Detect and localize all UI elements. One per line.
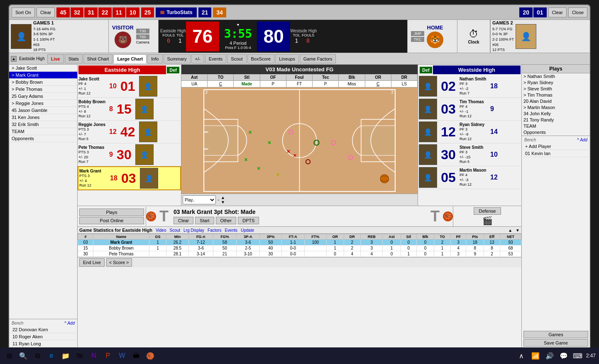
start-button[interactable]: Start (195, 217, 214, 224)
eastside-player-row[interactable]: Reggie Jones PTS 3 +/- 7 Run 5 12 42 👤 (78, 121, 181, 143)
stats-table-row[interactable]: 15Bobby Brown128.53-6502-5400-0123100148… (78, 245, 521, 251)
player-item[interactable]: 45 Jason Gamble (9, 107, 77, 114)
player-item[interactable]: Opponents (9, 135, 77, 142)
shot-col-value[interactable]: Made (234, 81, 260, 87)
westside-player-row[interactable]: 👤 12 Ryan Sidney PF 3 +/- -9 Run 12 14 (418, 121, 521, 143)
jmp-button[interactable]: JMP (411, 31, 424, 36)
player-item[interactable]: 31 Ken Jones (9, 114, 77, 121)
photos-icon[interactable]: 🏔 (130, 350, 142, 362)
nav-tab-live[interactable]: Live (47, 54, 64, 63)
nav-tab-game-factors[interactable]: Game Factors (300, 54, 336, 63)
eastside-player-row[interactable]: Bobby Brown PTS 4 +/- 8 Run 12 8 15 👤 (78, 98, 181, 121)
t60-button[interactable]: T60 (136, 34, 149, 39)
play-item[interactable]: > Tim Thomas (522, 92, 590, 98)
play-item[interactable]: 34 John Kelly (522, 111, 590, 117)
store-icon[interactable]: 🛍 (74, 350, 86, 362)
table-scroll-down[interactable]: ▼ (516, 228, 520, 233)
plays-bench-item[interactable]: + Add Player (523, 143, 589, 150)
bench-player-item[interactable]: 11 Ryan Long (10, 340, 76, 347)
dpts-button[interactable]: DPTS (238, 217, 259, 224)
westside-player-row[interactable]: 👤 02 Nathan Smith PF 3 +/- -2 Run 7 18 (418, 75, 521, 98)
nav-tab-+/-[interactable]: +/- (191, 54, 204, 63)
westside-player-row[interactable]: 👤 03 Tim Thomas PF 4 +/- -1 Run 12 9 (418, 98, 521, 121)
plays-button[interactable]: Plays (79, 209, 144, 216)
player-item[interactable]: > Mark Grant (9, 72, 77, 79)
nav-tab-stats[interactable]: Stats (65, 54, 83, 63)
clear-action-button[interactable]: Clear (174, 217, 193, 224)
scroll-up-btn[interactable]: ▲ (11, 56, 17, 62)
explorer-icon[interactable]: 📁 (60, 350, 71, 362)
plays-bench-item[interactable]: 01 Kevin Ian (523, 150, 589, 157)
play-item[interactable]: TEAM (522, 123, 590, 129)
stats-table-row[interactable]: 03Mark Grant126.27-12583-6501-1100123000… (78, 240, 521, 245)
nav-tab-summary[interactable]: Summary (164, 54, 191, 63)
player-item[interactable]: TEAM (9, 128, 77, 135)
post-online-button[interactable]: Post Online (79, 217, 144, 224)
end-live-button[interactable]: End Live (79, 258, 105, 267)
scroll-up-court[interactable]: ▲ (221, 195, 225, 200)
play-item[interactable]: 21 Tony Randy (522, 117, 590, 123)
volume-icon[interactable]: 🔊 (544, 350, 555, 362)
factors-btn[interactable]: Factors (208, 228, 221, 233)
player-item[interactable]: > Pele Thomas (9, 86, 77, 93)
nav-tab-info[interactable]: Info (147, 54, 162, 63)
close-button[interactable]: Close (568, 7, 587, 17)
word-icon[interactable]: W (116, 350, 128, 362)
stats-table-row[interactable]: 30Pete Thomas28.13-14213-10300-004401013… (78, 251, 521, 257)
play-item[interactable]: Opponents (522, 129, 590, 136)
nav-tab-boxscore[interactable]: BoxScore (247, 54, 275, 63)
games-button[interactable]: Games (523, 331, 588, 338)
events-btn[interactable]: Events (225, 228, 237, 233)
onenote-icon[interactable]: N (88, 350, 100, 362)
basketball-icon[interactable]: 🏀 (144, 350, 156, 362)
wifi-icon[interactable]: 📶 (530, 350, 541, 362)
scout-btn[interactable]: Scout (169, 228, 180, 233)
nav-tab-lineups[interactable]: Lineups (275, 54, 299, 63)
start-button[interactable]: ⊞ (3, 350, 15, 362)
shot-col-value[interactable]: C (208, 81, 234, 87)
tkc-button[interactable]: TKC (411, 37, 424, 42)
save-game-button[interactable]: Save Game (523, 339, 588, 347)
player-item[interactable]: > Bobby Brown (9, 79, 77, 86)
play-item[interactable]: > Nathan Smith (522, 73, 590, 80)
player-item[interactable]: > Reggie Jones (9, 100, 77, 107)
nav-tab-large-chart[interactable]: Large Chart (113, 54, 147, 63)
nav-tab-scout[interactable]: Scout (227, 54, 246, 63)
play-item[interactable]: > Ryan Sidney (522, 80, 590, 86)
westside-player-row[interactable]: 👤 05 Martin Mason PF 4 +/- -3 Run 12 12 (418, 166, 521, 189)
scroll-down-court[interactable]: ▼ (221, 200, 225, 204)
other-button[interactable]: Other (216, 217, 237, 224)
plays-add-link[interactable]: ^ Add (577, 138, 587, 142)
shot-col-value[interactable]: UA (181, 81, 208, 87)
add-link[interactable]: ^ Add (64, 321, 75, 325)
play-item[interactable]: 20 Alan David (522, 98, 590, 104)
update-btn[interactable]: Update (241, 228, 254, 233)
t30-button[interactable]: T30 (136, 29, 149, 34)
nav-tab-shot-chart[interactable]: Shot Chart (83, 54, 113, 63)
player-item[interactable]: 32 Erik Smith (9, 121, 77, 128)
nav-tab-events[interactable]: Events (205, 54, 227, 63)
clear-left-button[interactable]: Clear (37, 7, 55, 17)
score-button[interactable]: < Score > (106, 258, 132, 267)
eastside-player-row[interactable]: Jake Scott PF 4 +/- 1 Run 12 10 01 👤 (78, 75, 181, 98)
edge-icon[interactable]: e (46, 350, 57, 362)
lrg-display-btn[interactable]: Lrg Display (183, 228, 204, 233)
play-item[interactable]: > Steve Smith (522, 86, 590, 92)
video-btn[interactable]: Video (156, 228, 166, 233)
search-icon[interactable]: 🔍 (17, 350, 29, 362)
bench-player-item[interactable]: 22 Donovan Korn (10, 326, 76, 333)
player-item[interactable]: > Jake Scott (9, 65, 77, 72)
player-item[interactable]: 25 Gary Adams (9, 93, 77, 100)
powerpoint-icon[interactable]: P (102, 350, 114, 362)
task-view-icon[interactable]: ⧉ (32, 350, 43, 362)
sort-on-button[interactable]: Sort On (12, 7, 35, 17)
defense-button[interactable]: Defense (474, 207, 501, 215)
clear-right-button[interactable]: Clear (548, 7, 567, 17)
turbostats-button[interactable]: ≋ TurboStats (156, 7, 196, 17)
bench-player-item[interactable]: 10 Roger Aken (10, 333, 76, 340)
keyboard-icon[interactable]: ⌨ (572, 350, 584, 362)
eastside-player-row[interactable]: Pete Thomas PTS 3 +/- 20 Run 7 9 30 👤 (78, 143, 181, 166)
notification-icon[interactable]: 💬 (558, 350, 570, 362)
play-item[interactable]: > Martin Mason (522, 104, 590, 111)
eastside-player-row[interactable]: Mark Grant PTS 3 +/- 4 Run 12 18 03 👤 (78, 166, 181, 190)
